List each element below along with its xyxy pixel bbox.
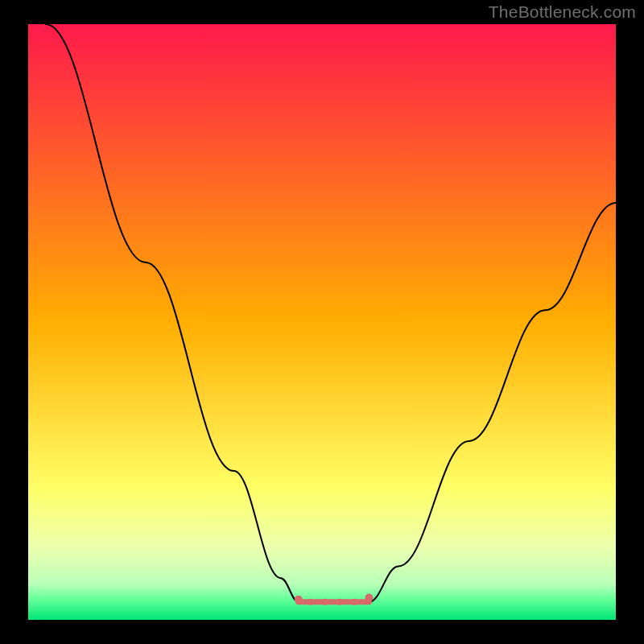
chart-frame: TheBottleneck.com xyxy=(0,0,644,644)
marker-dot-2 xyxy=(322,599,328,605)
gradient-background xyxy=(28,24,616,620)
marker-dot-4 xyxy=(351,599,357,605)
marker-dot-5 xyxy=(365,594,373,602)
plot-area xyxy=(28,24,616,620)
marker-dot-3 xyxy=(336,599,343,605)
bottleneck-curve-chart xyxy=(28,24,616,620)
watermark-text: TheBottleneck.com xyxy=(489,2,636,22)
marker-dot-0 xyxy=(295,596,303,604)
marker-dot-1 xyxy=(307,599,313,605)
